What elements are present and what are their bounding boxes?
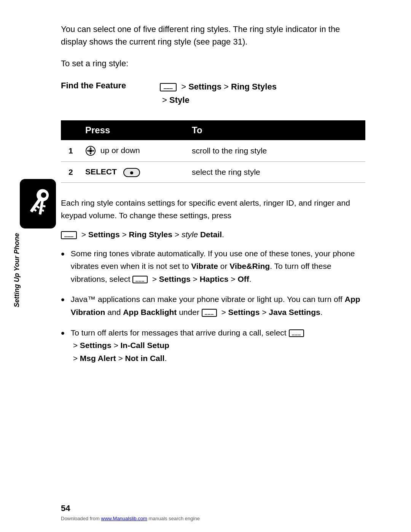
- table-header-num: [61, 120, 78, 140]
- table-row: 2 SELECT select the ring style: [61, 162, 365, 182]
- page-container: Setting Up Your Phone: [0, 0, 411, 532]
- table-header-to: To: [184, 120, 365, 140]
- footer-link[interactable]: www.Manualslib.com: [101, 516, 147, 521]
- menu-icon-bullet3: ⎯⎯⎯: [289, 329, 304, 337]
- page-number: 54: [61, 503, 70, 513]
- row-to-2: select the ring style: [184, 162, 365, 182]
- menu-icon-bullet2: ⎯⎯⎯: [202, 309, 217, 316]
- body-intro: Each ring style contains settings for sp…: [61, 197, 365, 222]
- svg-point-12: [89, 149, 92, 152]
- menu-icon-bullet1: ⎯⎯⎯: [132, 276, 148, 283]
- bullet-icon: •: [61, 326, 65, 340]
- bullet-content-1: Some ring tones vibrate automatically. I…: [71, 247, 365, 286]
- bullet-content-3: To turn off alerts for messages that arr…: [71, 326, 365, 365]
- sidebar-icon: [20, 179, 56, 228]
- list-item: • To turn off alerts for messages that a…: [61, 326, 365, 365]
- table-header-press: Press: [78, 120, 184, 140]
- svg-marker-15: [87, 150, 89, 152]
- footer-download: Downloaded from www.Manualslib.com manua…: [61, 516, 200, 521]
- svg-marker-14: [89, 153, 92, 155]
- row-num-2: 2: [61, 162, 78, 182]
- ring-styles-link: Ring Styles: [231, 82, 277, 91]
- bullet-icon: •: [61, 292, 65, 307]
- menu-path-line: ⎯⎯⎯ > Settings > Ring Styles > style Det…: [61, 228, 365, 241]
- list-item: • Java™ applications can make your phone…: [61, 293, 365, 318]
- row-num-1: 1: [61, 140, 78, 162]
- page-footer: 54 Downloaded from www.Manualslib.com ma…: [0, 503, 411, 521]
- row-press-1: up or down: [78, 140, 184, 162]
- bullet-content-2: Java™ applications can make your phone v…: [71, 293, 365, 318]
- bullet-list: • Some ring tones vibrate automatically.…: [61, 247, 365, 365]
- svg-rect-10: [42, 209, 44, 212]
- find-feature-label: Find the Feature: [61, 80, 137, 91]
- svg-marker-16: [92, 150, 94, 152]
- body-section: Each ring style contains settings for sp…: [61, 197, 365, 365]
- find-feature-path: ⎯⎯⎯ > Settings > Ring Styles > Style: [160, 80, 277, 107]
- sidebar-label-text: Setting Up Your Phone: [13, 233, 21, 307]
- list-item: • Some ring tones vibrate automatically.…: [61, 247, 365, 286]
- press-table: Press To 1: [61, 120, 365, 182]
- settings-link: Settings: [188, 82, 221, 91]
- menu-icon-body: ⎯⎯⎯: [61, 231, 77, 240]
- bullet-icon: •: [61, 246, 65, 261]
- row-to-1: scroll to the ring style: [184, 140, 365, 162]
- intro-paragraph: You can select one of five different rin…: [61, 23, 365, 48]
- row-press-2: SELECT: [78, 162, 184, 182]
- svg-marker-13: [89, 147, 92, 149]
- table-header-row: Press To: [61, 120, 365, 140]
- find-feature-row: Find the Feature ⎯⎯⎯ > Settings > Ring S…: [61, 80, 365, 107]
- to-set-text: To set a ring style:: [61, 59, 365, 69]
- style-link: Style: [169, 95, 190, 105]
- scroll-icon: [85, 145, 96, 156]
- table-row: 1 up or down scroll to the ring style: [61, 140, 365, 162]
- menu-icon-1: ⎯⎯⎯: [160, 83, 177, 91]
